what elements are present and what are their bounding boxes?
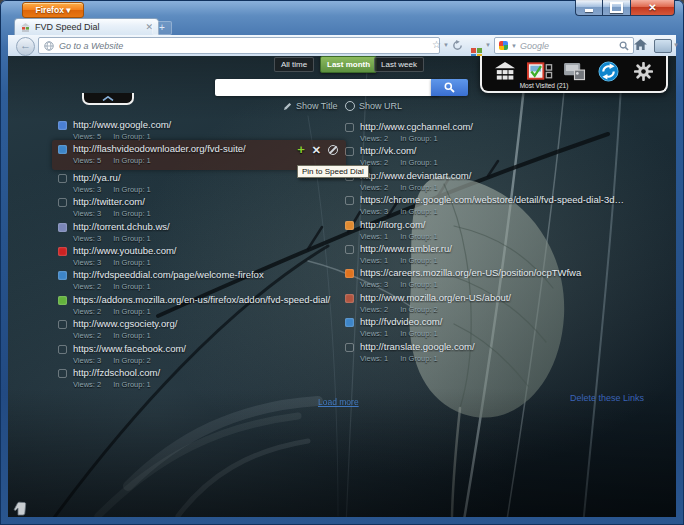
browser-tab[interactable]: FVD Speed Dial ✕ <box>14 18 159 35</box>
link-url[interactable]: http://torrent.dchub.ws/ <box>73 221 340 232</box>
link-group: In Group: 1 <box>113 258 151 267</box>
hand-cursor-icon <box>12 500 28 516</box>
link-views: Views: 3 <box>73 234 101 243</box>
link-lines: https://addons.mozilla.org/en-us/firefox… <box>73 294 340 318</box>
maximize-button[interactable] <box>602 0 631 16</box>
link-url[interactable]: http://fzdschool.com/ <box>73 367 340 378</box>
delete-link-icon[interactable]: ✕ <box>312 145 321 155</box>
link-row[interactable]: http://www.deviantart.com/ Views: 2In Gr… <box>345 170 627 194</box>
link-meta: Views: 2In Group: 1 <box>360 134 627 143</box>
link-row[interactable]: http://www.cgchannel.com/ Views: 2In Gro… <box>345 121 627 145</box>
bookmark-dropdown-icon[interactable]: ▼ <box>443 42 449 48</box>
link-row[interactable]: http://translate.google.com/ Views: 1In … <box>345 341 627 365</box>
globe-favicon <box>345 318 354 327</box>
link-row[interactable]: https://chrome.google.com/webstore/detai… <box>345 194 627 218</box>
gallery-button[interactable] <box>560 59 588 83</box>
link-lines: http://fvdvideo.com/ Views: 1In Group: 1 <box>360 316 627 340</box>
link-url[interactable]: http://fvdspeeddial.com/page/welcome-fir… <box>73 269 340 280</box>
back-button[interactable]: ← <box>16 37 35 56</box>
settings-button[interactable] <box>629 59 657 83</box>
link-views: Views: 1 <box>360 232 388 241</box>
show-title-label: Show Title <box>296 101 338 111</box>
link-url[interactable]: https://addons.mozilla.org/en-us/firefox… <box>73 294 340 305</box>
bookmark-star-icon[interactable]: ☆ <box>432 39 441 51</box>
globe-favicon <box>58 271 67 280</box>
link-url[interactable]: http://itorg.com/ <box>360 219 627 230</box>
link-lines: http://www.youtube.com/ Views: 3In Group… <box>73 245 340 269</box>
link-url[interactable]: http://translate.google.com/ <box>360 341 627 352</box>
link-url[interactable]: http://www.rambler.ru/ <box>360 243 627 254</box>
link-url[interactable]: http://www.cgsociety.org/ <box>73 318 340 329</box>
firefox-menu-button[interactable]: Firefox ▾ <box>22 2 84 18</box>
link-row[interactable]: http://fzdschool.com/ Views: 2In Group: … <box>58 367 340 391</box>
link-url[interactable]: http://www.cgchannel.com/ <box>360 121 627 132</box>
link-row[interactable]: http://www.youtube.com/ Views: 3In Group… <box>58 245 340 269</box>
show-url-toggle[interactable]: Show URL <box>345 101 402 111</box>
link-url[interactable]: http://www.youtube.com/ <box>73 245 340 256</box>
dials-home-button[interactable] <box>491 59 519 83</box>
link-group: In Group: 1 <box>113 209 151 218</box>
link-url[interactable]: http://www.mozilla.org/en-US/about/ <box>360 292 627 303</box>
link-meta: Views: 2In Group: 2 <box>360 305 627 314</box>
link-group: In Group: 1 <box>400 256 438 265</box>
site-favicon <box>345 294 354 303</box>
home-icon[interactable] <box>634 39 647 51</box>
speed-dial-search-input[interactable] <box>215 79 439 96</box>
delete-links-link[interactable]: Delete these Links <box>570 393 644 403</box>
tab-groups-icon[interactable] <box>654 39 672 53</box>
link-url[interactable]: http://www.deviantart.com/ <box>360 170 627 181</box>
filter-last-month[interactable]: Last month <box>320 56 377 73</box>
close-button[interactable]: ✕ <box>631 0 675 16</box>
search-engine-dropdown-icon[interactable]: ▼ <box>511 43 517 49</box>
link-row[interactable]: http://twitter.com/ Views: 3In Group: 1 … <box>58 196 340 220</box>
show-title-toggle[interactable]: Show Title <box>283 101 338 111</box>
link-row[interactable]: http://www.rambler.ru/ Views: 1In Group:… <box>345 243 627 267</box>
link-views: Views: 1 <box>360 354 388 363</box>
link-lines: https://chrome.google.com/webstore/detai… <box>360 194 627 218</box>
youtube-favicon <box>58 247 67 256</box>
minimize-icon <box>585 9 593 12</box>
close-icon: ✕ <box>648 1 656 14</box>
link-row[interactable]: https://addons.mozilla.org/en-us/firefox… <box>58 294 340 318</box>
toolbar-search-box[interactable]: ▼ Google <box>494 37 634 54</box>
link-url[interactable]: http://twitter.com/ <box>73 196 340 207</box>
link-views: Views: 3 <box>73 185 101 194</box>
blank-favicon <box>58 174 67 183</box>
speed-dial-search-button[interactable] <box>431 79 468 96</box>
link-row[interactable]: http://fvdspeeddial.com/page/welcome-fir… <box>58 269 340 293</box>
link-url[interactable]: https://chrome.google.com/webstore/detai… <box>360 194 627 205</box>
link-row[interactable]: https://www.facebook.com/ Views: 3In Gro… <box>58 343 340 367</box>
filter-last-week[interactable]: Last week <box>374 57 424 72</box>
filter-all-time[interactable]: All time <box>274 57 314 72</box>
link-group: In Group: 1 <box>400 134 438 143</box>
link-meta: Views: 1In Group: 1 <box>360 232 627 241</box>
reload-icon[interactable] <box>452 40 463 51</box>
link-url[interactable]: https://careers.mozilla.org/en-US/positi… <box>360 267 627 278</box>
toolbar-search-icon[interactable] <box>619 41 629 51</box>
most-visited-button[interactable] <box>526 59 554 83</box>
link-row[interactable]: http://torrent.dchub.ws/ Views: 3In Grou… <box>58 221 340 245</box>
new-tab-button[interactable]: + <box>152 21 172 35</box>
fvd-addon-dropdown-icon[interactable]: ▼ <box>485 42 491 48</box>
link-url[interactable]: http://vk.com/ <box>360 145 627 156</box>
link-row[interactable]: http://www.mozilla.org/en-US/about/ View… <box>345 292 627 316</box>
load-more-link[interactable]: Load more <box>318 397 359 407</box>
link-row[interactable]: https://careers.mozilla.org/en-US/positi… <box>345 267 627 291</box>
link-row[interactable]: http://itorg.com/ Views: 1In Group: 1 + … <box>345 219 627 243</box>
link-group: In Group: 1 <box>113 185 151 194</box>
url-bar[interactable]: Go to a Website <box>38 37 440 54</box>
tab-groups-dropdown-icon[interactable]: ▼ <box>673 42 679 48</box>
sync-button[interactable] <box>595 59 623 83</box>
toolbar-search-placeholder: Google <box>520 41 616 51</box>
link-url[interactable]: http://www.google.com/ <box>73 119 340 130</box>
link-row[interactable]: http://www.cgsociety.org/ Views: 2In Gro… <box>58 318 340 342</box>
block-link-icon[interactable] <box>328 145 338 155</box>
panel-collapse-handle[interactable] <box>82 93 134 105</box>
minimize-button[interactable] <box>575 0 602 16</box>
pin-to-speed-dial-icon[interactable]: + <box>297 145 305 155</box>
link-row[interactable]: http://vk.com/ Views: 2In Group: 1 + ✕ <box>345 145 627 169</box>
link-row[interactable]: http://fvdvideo.com/ Views: 1In Group: 1… <box>345 316 627 340</box>
link-url[interactable]: http://fvdvideo.com/ <box>360 316 627 327</box>
link-url[interactable]: https://www.facebook.com/ <box>73 343 340 354</box>
link-meta: Views: 3In Group: 2 <box>73 356 340 365</box>
